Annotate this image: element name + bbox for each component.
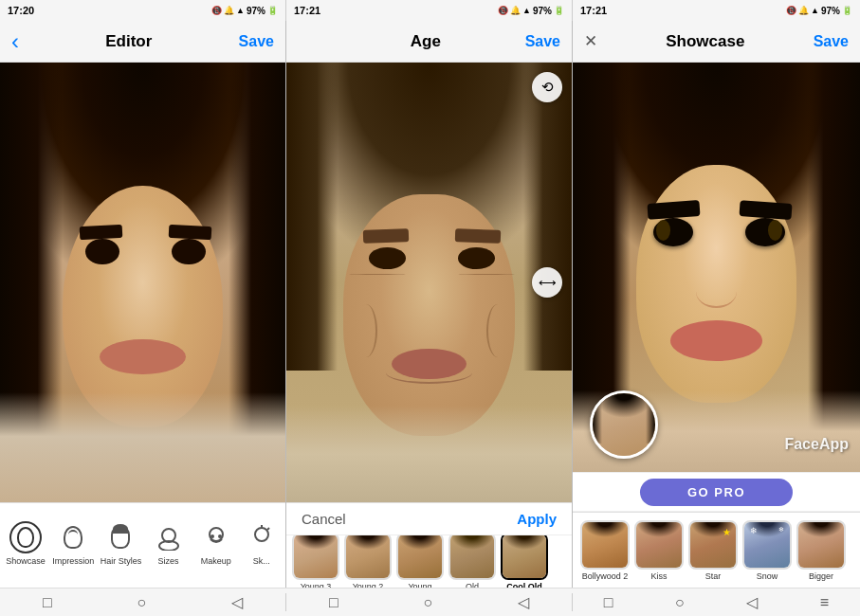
status-bar: 17:20 📵 🔔 ▲ 97% 🔋 17:21 📵 🔔 ▲ 97% 🔋 17:2… [0, 0, 860, 21]
showcase-filter-star[interactable]: ★ Star [688, 520, 738, 581]
tool-showcase[interactable]: Showcase [5, 521, 46, 566]
time-3: 17:21 [580, 5, 607, 16]
status-bar-panel2: 17:21 📵 🔔 ▲ 97% 🔋 [286, 0, 573, 21]
age-photo: ⟲ ⟷ [286, 63, 572, 502]
editor-title: Editor [105, 32, 152, 51]
svg-point-4 [218, 534, 222, 538]
svg-point-5 [255, 528, 268, 541]
showcase-photo-area: FaceApp [573, 63, 860, 472]
back-button[interactable]: ‹ [11, 30, 19, 53]
status-icons-2: 📵 🔔 ▲ 97% 🔋 [498, 6, 564, 16]
nav-circle-3[interactable]: ○ [675, 594, 685, 611]
svg-point-0 [162, 529, 175, 542]
before-thumbnail [590, 390, 658, 459]
showcase-icon [9, 521, 42, 553]
nav-panel1: □ ○ ◁ [0, 593, 286, 611]
nav-square-1[interactable]: □ [43, 594, 52, 611]
tool-sizes[interactable]: Sizes [148, 521, 190, 566]
showcase-filter-strip: Bollywood 2 Kiss [573, 512, 860, 588]
panel-editor: ‹ Editor Save [0, 21, 286, 588]
showcase-filter-bigger[interactable]: Bigger [796, 520, 846, 581]
close-button[interactable]: ✕ [584, 31, 597, 51]
showcase-main-photo: FaceApp [573, 63, 860, 472]
nav-square-2[interactable]: □ [329, 594, 339, 611]
nav-panel3: □ ○ ◁ ≡ [573, 593, 860, 611]
apply-button[interactable]: Apply [517, 511, 557, 527]
skin-label: Sk... [253, 556, 270, 566]
skin-icon [246, 521, 278, 553]
filter-young2[interactable]: Young 2 [344, 535, 392, 588]
app-container: 17:20 📵 🔔 ▲ 97% 🔋 17:21 📵 🔔 ▲ 97% 🔋 17:2… [0, 0, 860, 616]
go-pro-bar: GO PRO [573, 472, 860, 512]
time-1: 17:20 [8, 5, 34, 16]
tool-skin[interactable]: Sk... [243, 521, 281, 566]
age-filter-strip: Young 3 Young 2 [286, 535, 572, 588]
nav-square-3[interactable]: □ [604, 594, 613, 611]
impression-icon [57, 521, 89, 553]
rotate-fab[interactable]: ⟲ [532, 72, 562, 102]
age-title: Age [411, 32, 441, 51]
status-bar-panel1: 17:20 📵 🔔 ▲ 97% 🔋 [0, 0, 286, 21]
nav-circle-2[interactable]: ○ [423, 594, 432, 611]
age-save-button[interactable]: Save [525, 33, 560, 50]
nav-back-2[interactable]: ◁ [518, 593, 529, 611]
cancel-button[interactable]: Cancel [302, 511, 346, 527]
go-pro-button[interactable]: GO PRO [640, 479, 793, 506]
status-icons-3: 📵 🔔 ▲ 97% 🔋 [786, 6, 852, 16]
hairstyles-label: Hair Styles [101, 556, 142, 566]
panel-showcase: ✕ Showcase Save [573, 21, 860, 588]
filter-coolold[interactable]: Cool Old [501, 535, 548, 588]
snow-label: Snow [757, 571, 778, 581]
showcase-label: Showcase [6, 556, 46, 566]
sizes-icon [153, 521, 185, 553]
impression-label: Impression [52, 556, 94, 566]
showcase-title: Showcase [666, 32, 744, 51]
showcase-filter-kiss[interactable]: Kiss [634, 520, 684, 581]
age-bottom: Cancel Apply Young 3 [286, 502, 572, 588]
aged-portrait-bg [286, 63, 572, 502]
tool-hairstyles[interactable]: Hair Styles [100, 521, 141, 566]
bollywood2-label: Bollywood 2 [582, 571, 629, 581]
panel-age: Age Save [286, 21, 573, 588]
sizes-label: Sizes [158, 556, 179, 566]
age-header: Age Save [286, 21, 572, 63]
tool-impression[interactable]: Impression [52, 521, 94, 566]
showcase-save-button[interactable]: Save [814, 33, 849, 50]
nav-menu-3[interactable]: ≡ [820, 594, 829, 611]
svg-point-3 [210, 534, 214, 538]
star-label: Star [705, 571, 722, 581]
panels-container: ‹ Editor Save [0, 21, 860, 588]
editor-header: ‹ Editor Save [0, 21, 285, 63]
nav-back-3[interactable]: ◁ [746, 593, 758, 611]
status-bar-panel3: 17:21 📵 🔔 ▲ 97% 🔋 [573, 0, 860, 21]
cancel-apply-bar: Cancel Apply [286, 503, 572, 535]
portrait-bg [0, 63, 285, 502]
kiss-label: Kiss [650, 571, 667, 581]
bigger-label: Bigger [809, 571, 833, 581]
system-nav-bar: □ ○ ◁ □ ○ ◁ □ ○ ◁ ≡ [0, 588, 860, 616]
filter-young[interactable]: Young [396, 535, 444, 588]
tool-makeup[interactable]: Makeup [195, 521, 237, 566]
status-icons-1: 📵 🔔 ▲ 97% 🔋 [211, 6, 278, 16]
editor-photo [0, 63, 285, 502]
hairstyles-icon [104, 521, 137, 553]
showcase-header: ✕ Showcase Save [573, 21, 860, 63]
filter-young3[interactable]: Young 3 [292, 535, 339, 588]
nav-panel2: □ ○ ◁ [286, 593, 573, 611]
editor-toolbar: Showcase Impression [0, 502, 285, 588]
svg-line-7 [267, 528, 269, 530]
faceapp-watermark: FaceApp [784, 436, 849, 453]
compare-fab[interactable]: ⟷ [532, 267, 562, 298]
makeup-label: Makeup [201, 556, 231, 566]
editor-save-button[interactable]: Save [239, 33, 274, 50]
nav-circle-1[interactable]: ○ [137, 594, 146, 611]
nav-back-1[interactable]: ◁ [231, 593, 243, 611]
time-2: 17:21 [294, 5, 320, 16]
filter-old[interactable]: Old [448, 535, 496, 588]
showcase-filter-bollywood2[interactable]: Bollywood 2 [580, 520, 630, 581]
makeup-icon [200, 521, 232, 553]
showcase-filter-snow[interactable]: ❄ ❄ Snow [742, 520, 792, 581]
